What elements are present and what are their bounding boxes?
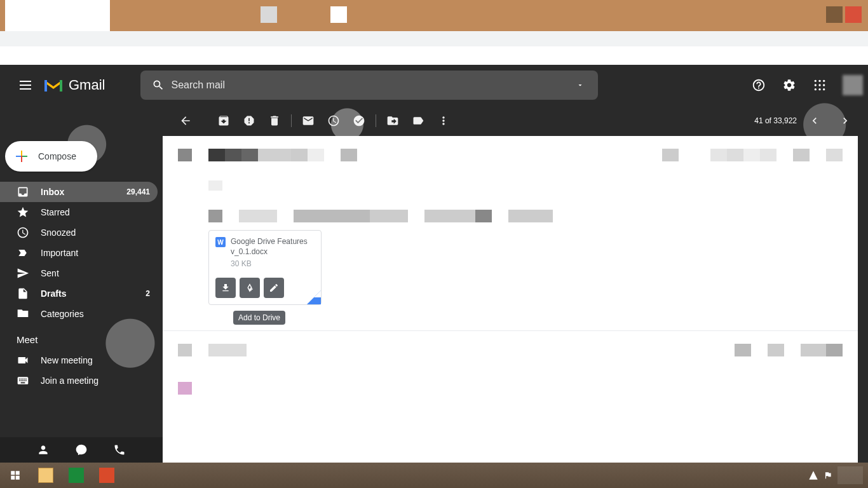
search-options-button[interactable] bbox=[567, 72, 593, 98]
categories-icon bbox=[17, 308, 29, 320]
flag-icon[interactable] bbox=[824, 471, 832, 480]
edit-attachment-button[interactable] bbox=[264, 278, 284, 298]
browser-tab-bar bbox=[0, 0, 868, 31]
delete-button[interactable] bbox=[262, 108, 287, 133]
inbox-count: 29,441 bbox=[126, 187, 150, 196]
svg-point-6 bbox=[815, 88, 817, 90]
nav-label: Sent bbox=[41, 268, 59, 278]
hangouts-icon[interactable] bbox=[75, 444, 88, 456]
nav-label: Drafts bbox=[41, 288, 66, 299]
task-app-2[interactable] bbox=[61, 463, 92, 488]
svg-point-7 bbox=[818, 88, 820, 90]
inbox-icon bbox=[17, 186, 29, 198]
sidebar-item-categories[interactable]: Categories bbox=[0, 304, 158, 324]
svg-point-4 bbox=[818, 84, 820, 86]
attachment-chip[interactable]: W Google Drive Features v_0.1.docx 30 KB… bbox=[208, 230, 322, 305]
labels-button[interactable] bbox=[405, 108, 431, 133]
task-file-explorer[interactable] bbox=[31, 463, 61, 488]
gmail-header: Gmail bbox=[0, 65, 868, 105]
redacted-subject bbox=[178, 149, 843, 161]
mark-unread-button[interactable] bbox=[295, 108, 321, 133]
search-box[interactable] bbox=[140, 71, 598, 100]
search-icon[interactable] bbox=[146, 72, 171, 98]
word-doc-icon: W bbox=[215, 237, 226, 247]
star-icon bbox=[17, 206, 29, 219]
back-button[interactable] bbox=[173, 108, 198, 133]
compose-plus-icon bbox=[14, 149, 29, 164]
nav-label: Snoozed bbox=[41, 227, 76, 238]
nav-label: Starred bbox=[41, 207, 70, 217]
draft-icon bbox=[17, 287, 29, 300]
download-attachment-button[interactable] bbox=[215, 278, 236, 298]
redacted-avatar bbox=[178, 382, 192, 395]
google-apps-button[interactable] bbox=[807, 72, 832, 98]
svg-point-2 bbox=[823, 80, 825, 82]
sidebar-item-starred[interactable]: Starred bbox=[0, 202, 158, 222]
svg-point-8 bbox=[823, 88, 825, 90]
gmail-logo[interactable]: Gmail bbox=[43, 77, 105, 93]
system-tray[interactable] bbox=[808, 466, 868, 484]
network-icon[interactable] bbox=[808, 470, 818, 480]
sidebar-item-drafts[interactable]: Drafts 2 bbox=[0, 283, 158, 304]
message-thread-2 bbox=[163, 331, 858, 407]
account-avatar[interactable] bbox=[843, 75, 863, 95]
search-input[interactable] bbox=[171, 79, 567, 91]
drafts-count: 2 bbox=[146, 289, 150, 298]
attachment-filename: Google Drive Features v_0.1.docx bbox=[231, 237, 315, 257]
task-app-3[interactable] bbox=[92, 463, 122, 488]
older-button[interactable] bbox=[832, 108, 858, 133]
meet-section-header: Meet bbox=[0, 324, 163, 350]
main-menu-button[interactable] bbox=[10, 70, 41, 100]
move-to-button[interactable] bbox=[380, 108, 405, 133]
gmail-wordmark: Gmail bbox=[69, 77, 105, 93]
settings-button[interactable] bbox=[776, 72, 802, 98]
add-to-tasks-button[interactable] bbox=[346, 108, 372, 133]
person-icon[interactable] bbox=[37, 444, 50, 456]
nav-label: Important bbox=[41, 248, 78, 258]
nav-label: Join a meeting bbox=[41, 376, 98, 386]
clock-icon bbox=[17, 226, 29, 239]
redacted-row bbox=[178, 344, 843, 356]
more-button[interactable] bbox=[431, 108, 456, 133]
svg-point-1 bbox=[818, 80, 820, 82]
important-icon bbox=[17, 247, 29, 259]
hangouts-footer bbox=[0, 437, 163, 463]
compose-button[interactable]: Compose bbox=[5, 141, 97, 172]
start-button[interactable] bbox=[0, 463, 31, 488]
sidebar-item-join-meeting[interactable]: Join a meeting bbox=[0, 370, 158, 391]
browser-address-bar[interactable] bbox=[0, 31, 868, 46]
add-to-drive-tooltip: Add to Drive bbox=[233, 311, 285, 325]
report-spam-button[interactable] bbox=[236, 108, 262, 133]
nav-label: Inbox bbox=[41, 187, 64, 197]
snooze-button[interactable] bbox=[321, 108, 346, 133]
redacted-body-line bbox=[208, 210, 843, 222]
send-icon bbox=[17, 267, 29, 280]
nav-label: New meeting bbox=[41, 355, 93, 365]
message-toolbar: 41 of 33,922 bbox=[0, 105, 868, 136]
attachment-fold-icon bbox=[307, 290, 321, 304]
sidebar: Compose Inbox 29,441 Starred Snoozed bbox=[0, 136, 163, 463]
browser-active-tab[interactable] bbox=[5, 0, 110, 31]
pagination: 41 of 33,922 bbox=[754, 108, 858, 133]
add-to-drive-button[interactable] bbox=[240, 278, 260, 298]
svg-point-3 bbox=[815, 84, 817, 86]
windows-taskbar bbox=[0, 463, 868, 488]
menu-icon bbox=[20, 85, 31, 86]
keyboard-icon bbox=[17, 374, 29, 387]
sidebar-item-important[interactable]: Important bbox=[0, 243, 158, 263]
newer-button[interactable] bbox=[802, 108, 827, 133]
attachment-size: 30 KB bbox=[209, 257, 321, 268]
sidebar-item-sent[interactable]: Sent bbox=[0, 263, 158, 283]
sidebar-item-snoozed[interactable]: Snoozed bbox=[0, 222, 158, 243]
archive-button[interactable] bbox=[211, 108, 236, 133]
phone-icon[interactable] bbox=[113, 444, 126, 456]
compose-label: Compose bbox=[38, 151, 76, 161]
support-button[interactable] bbox=[746, 72, 771, 98]
video-icon bbox=[17, 354, 29, 367]
svg-point-0 bbox=[815, 80, 817, 82]
message-thread-1: W Google Drive Features v_0.1.docx 30 KB… bbox=[163, 136, 858, 318]
browser-chrome bbox=[0, 0, 868, 65]
sidebar-item-inbox[interactable]: Inbox 29,441 bbox=[0, 182, 158, 202]
tray-clock[interactable] bbox=[837, 466, 863, 484]
sidebar-item-new-meeting[interactable]: New meeting bbox=[0, 350, 158, 370]
